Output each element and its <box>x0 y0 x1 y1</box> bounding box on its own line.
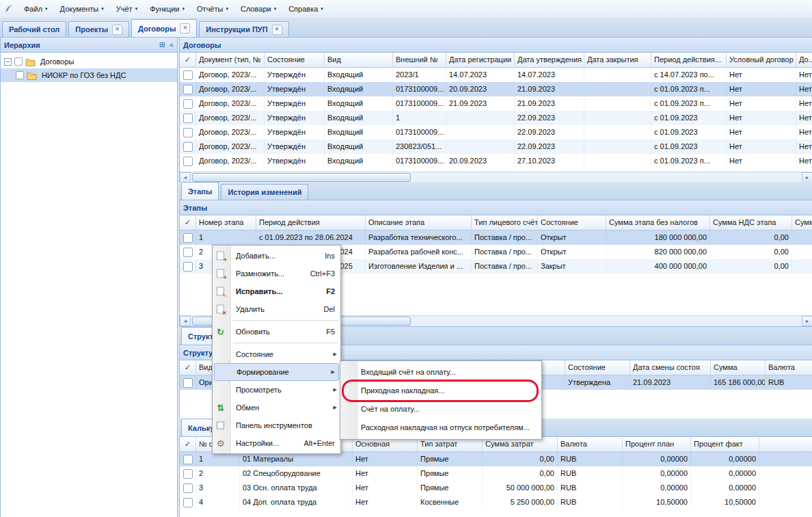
column-header[interactable]: Тип лицевого счёт <box>472 215 538 230</box>
submenu-item-outgoing-waybill[interactable]: Расходная накладная на отпуск потребител… <box>340 419 541 437</box>
workspace-tab-projects[interactable]: Проекты✕ <box>68 21 129 37</box>
table-row[interactable]: 1с 01.09.2023 по 28.06.2024Разработка те… <box>180 230 812 245</box>
tree-expander-icon[interactable]: − <box>4 58 12 66</box>
menubar-item-functions[interactable]: Функции▾ <box>144 0 191 18</box>
column-header[interactable]: Состояние <box>538 215 606 230</box>
submenu-item-incoming-payment-invoice[interactable]: Входящий счёт на оплату... <box>340 363 541 382</box>
column-header[interactable]: Период действия <box>256 215 366 230</box>
column-header[interactable]: Период действия... <box>651 53 727 68</box>
workspace-tab-contracts[interactable]: Договоры✕ <box>131 19 197 37</box>
workspace-tab-desktop[interactable]: Рабочий стол <box>2 21 66 37</box>
table-row[interactable]: Договор, 2023/...УтверждёнВходящий017310… <box>180 125 812 140</box>
column-header[interactable]: Процент факт <box>691 437 759 452</box>
table-row[interactable]: 303 Осн. оплата трудаНетПрямые50 000 000… <box>180 481 812 495</box>
scroll-track[interactable] <box>412 172 802 183</box>
menubar-item-reports[interactable]: Отчёты▾ <box>191 0 234 18</box>
row-checkbox[interactable] <box>183 483 193 493</box>
column-header[interactable]: Вид <box>325 53 393 68</box>
menu-item-edit[interactable]: ✎Исправить...F2 <box>213 282 340 300</box>
scroll-right-button[interactable]: ▸ <box>802 172 812 183</box>
menu-item-exchange[interactable]: ⇅Обмен▶ <box>213 399 340 416</box>
menu-item-settings[interactable]: ⚙Настройки...Alt+Enter <box>213 434 340 452</box>
submenu-item-payment-invoice[interactable]: Счёт на оплату... <box>340 400 541 419</box>
column-header[interactable]: Валюта <box>766 360 812 375</box>
column-header[interactable]: Состояние <box>265 53 325 68</box>
column-header[interactable]: Сумма НДС этапа <box>710 215 792 230</box>
tab-stages[interactable]: Этапы <box>181 182 219 200</box>
menu-item-toolbar-panel[interactable]: Панель инструментов <box>213 416 340 434</box>
submenu-item-incoming-waybill[interactable]: Приходная накладная... <box>340 382 541 400</box>
column-header[interactable]: Сумма эт... <box>792 215 812 230</box>
column-header[interactable]: До... <box>796 53 812 68</box>
table-row[interactable]: Договор, 2023/...УтверждёнВходящий017310… <box>180 154 812 168</box>
row-checkbox[interactable] <box>183 142 193 152</box>
row-checkbox[interactable] <box>183 99 193 109</box>
tree-checkbox[interactable] <box>16 71 24 79</box>
tab-history[interactable]: История изменений <box>221 184 308 200</box>
column-header[interactable]: Условный договор <box>727 53 796 68</box>
column-header[interactable]: Валюта <box>558 437 623 452</box>
column-header[interactable]: Сумма <box>711 360 766 375</box>
column-header[interactable]: Номер этапа <box>196 215 256 230</box>
column-header[interactable]: Дата утверждения <box>515 53 584 68</box>
contracts-hscrollbar[interactable]: ◂ ▸ <box>180 172 812 183</box>
menu-item-refresh[interactable]: ↻ОбновитьF5 <box>213 323 340 341</box>
menubar-item-documents[interactable]: Документы▾ <box>54 0 110 18</box>
workspace-tab-pup-instructions[interactable]: Инструкции ПУП✕ <box>199 21 288 37</box>
column-header[interactable]: ✓ <box>180 360 196 375</box>
scroll-right-button[interactable]: ▸ <box>802 316 812 326</box>
table-row[interactable]: Договор, 2023/...УтверждёнВходящий122.09… <box>180 111 812 125</box>
menu-item-delete[interactable]: ✕УдалитьDel <box>213 300 340 318</box>
column-header[interactable]: Дата закрытия <box>584 53 651 68</box>
column-header[interactable]: Внешний № <box>393 53 446 68</box>
row-checkbox[interactable] <box>183 70 193 80</box>
column-header[interactable]: ✓ <box>180 53 196 68</box>
menu-item-formation[interactable]: Формирование▶ <box>214 363 339 381</box>
tab-close-icon[interactable]: ✕ <box>180 23 190 34</box>
row-checkbox[interactable] <box>183 469 193 479</box>
scroll-left-button[interactable]: ◂ <box>180 316 191 326</box>
scroll-track[interactable] <box>412 316 802 326</box>
column-header[interactable]: Сумма этапа без налогов <box>606 215 710 230</box>
menubar-item-file[interactable]: Файл▾ <box>18 0 54 18</box>
menu-item-view[interactable]: Просмотреть▶ <box>213 381 340 399</box>
row-checkbox[interactable] <box>183 498 193 507</box>
scroll-thumb[interactable] <box>192 173 411 182</box>
column-header[interactable] <box>759 437 812 452</box>
tab-close-icon[interactable]: ✕ <box>272 25 282 35</box>
column-header[interactable]: ✓ <box>180 215 196 230</box>
table-row[interactable]: Договор, 2023/...УтверждёнВходящий017310… <box>180 96 812 111</box>
table-row[interactable]: 404 Доп. оплата трудаНетКосвенные5 250 0… <box>180 495 812 509</box>
row-checkbox[interactable] <box>183 262 193 271</box>
menu-item-state[interactable]: Состояние▶ <box>213 345 340 363</box>
menu-item-add[interactable]: +Добавить...Ins <box>213 247 340 265</box>
table-row[interactable]: 202 СпецоборудованиеНетПрямые0,00RUB0,00… <box>180 466 812 481</box>
column-header[interactable]: Описание этапа <box>366 215 472 230</box>
column-header[interactable]: Дата смены состоя <box>630 360 711 375</box>
column-header[interactable]: Документ (тип, № <box>196 53 265 68</box>
row-checkbox[interactable] <box>183 233 193 243</box>
hierarchy-grid-icon[interactable]: ⊞ <box>159 41 165 49</box>
scroll-left-button[interactable]: ◂ <box>180 172 191 183</box>
collapse-panel-icon[interactable]: « <box>170 41 174 49</box>
row-checkbox[interactable] <box>183 157 193 166</box>
table-row[interactable]: Договор, 2023/...УтверждёнВходящий230823… <box>180 140 812 154</box>
menubar-item-dictionaries[interactable]: Словари▾ <box>234 0 282 18</box>
column-header[interactable]: Дата регистрации <box>446 53 515 68</box>
tab-close-icon[interactable]: ✕ <box>112 25 122 35</box>
table-row[interactable]: 101 МатериалыНетПрямые0,00RUB0,000000,00… <box>180 452 812 466</box>
row-checkbox[interactable] <box>183 128 193 137</box>
row-checkbox[interactable] <box>183 455 193 464</box>
tree-checkbox[interactable] <box>14 57 23 66</box>
row-checkbox[interactable] <box>183 248 193 257</box>
column-header[interactable]: ✓ <box>180 437 196 452</box>
menubar-item-help[interactable]: Справка▾ <box>282 0 329 18</box>
tree-node-contracts-root[interactable]: −Договоры <box>1 55 177 68</box>
row-checkbox[interactable] <box>183 85 193 94</box>
menu-item-duplicate[interactable]: +Размножить...Ctrl+F3 <box>213 265 340 282</box>
tree-node-niokr-goz[interactable]: НИОКР по ГОЗ без НДС <box>1 68 177 82</box>
table-row[interactable]: Договор, 2023/...УтверждёнВходящий2023/1… <box>180 68 812 82</box>
row-checkbox[interactable] <box>183 114 193 123</box>
menubar-item-accounting[interactable]: Учёт▾ <box>110 0 144 18</box>
column-header[interactable]: Процент план <box>623 437 691 452</box>
